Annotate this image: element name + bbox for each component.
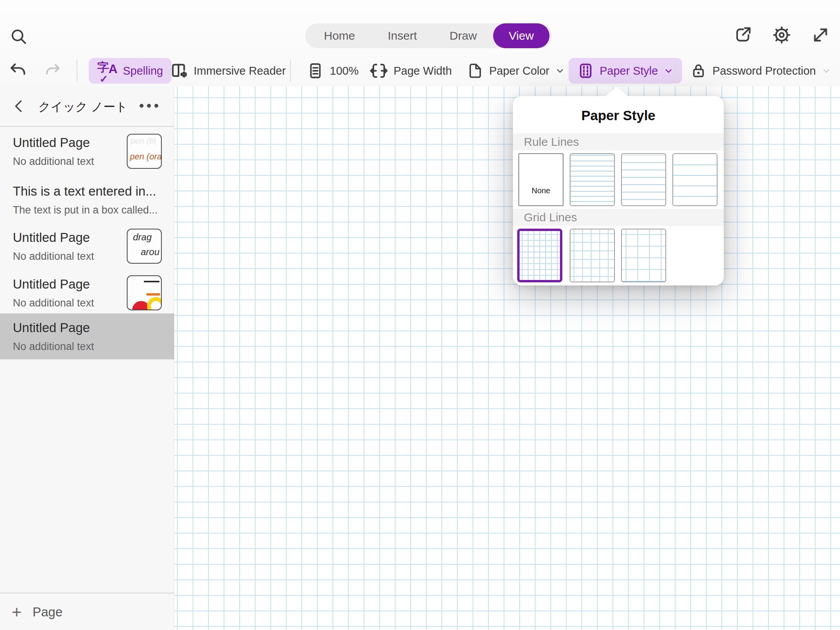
toolbar-divider [77,60,77,82]
page-list-item[interactable]: Untitled Page No additional text [0,270,174,313]
popup-title: Paper Style [513,108,724,123]
fullscreen-button[interactable] [810,25,831,45]
topbar-actions [733,25,831,45]
page-list-item[interactable]: Untitled Page No additional text drag ar… [0,223,174,269]
undo-button[interactable] [9,55,28,86]
ink-stroke [147,297,162,310]
onenote-app: Home Insert Draw View [0,0,840,630]
plus-icon: + [12,604,22,621]
grid-option-large[interactable] [621,229,666,282]
share-button[interactable] [733,25,753,45]
spelling-button[interactable]: 字A✓ Spelling [89,58,172,84]
page-list-item-selected[interactable]: Untitled Page No additional text [0,313,174,359]
tab-draw[interactable]: Draw [433,23,493,48]
paper-color-icon [467,62,484,79]
undo-icon [9,61,28,80]
paper-style-button[interactable]: Paper Style [569,58,682,84]
top-bar: Home Insert Draw View [0,0,840,86]
immersive-reader-button[interactable]: Immersive Reader [169,55,286,86]
note-canvas-grid-paper[interactable] [174,86,840,630]
spelling-icon: 字A✓ [97,61,117,80]
toolbar-divider [290,60,291,82]
rule-lines-section-header: Rule Lines [513,133,724,150]
chevron-left-icon [11,98,27,114]
expand-icon [811,25,830,45]
rule-option-none[interactable]: None [518,153,564,206]
page-thumbnail: pen (b| pen (ora [127,134,162,169]
share-icon [733,25,752,45]
password-protection-button[interactable]: Password Protection [690,55,831,86]
add-page-button[interactable]: + Page [12,600,63,624]
sidebar-header: クイック ノート [0,86,174,126]
search-button[interactable] [9,26,29,47]
more-options-button[interactable] [137,98,161,114]
immersive-reader-icon [169,61,188,80]
lock-icon [690,62,707,79]
search-icon [9,27,28,46]
grid-lines-section-header: Grid Lines [513,209,724,226]
rule-option-medium[interactable] [621,153,666,206]
sidebar-footer: + Page [0,593,174,630]
ellipsis-icon [140,104,158,108]
back-button[interactable] [10,97,28,115]
view-ribbon-toolbar: 字A✓ Spelling Immersive Reader [0,55,840,86]
toolbar-divider [674,60,675,82]
grid-option-small-selected[interactable] [517,229,562,282]
page-list-item[interactable]: This is a text entered in... The text is… [0,177,174,220]
tab-home[interactable]: Home [308,23,371,48]
page-thumbnail: drag arou [127,229,162,264]
chevron-down-icon [555,66,565,76]
zoom-document-icon [306,62,324,80]
redo-button[interactable] [44,55,61,86]
paper-style-popup: Paper Style Rule Lines None Grid Lines [513,96,724,285]
ribbon-tabs: Home Insert Draw View [305,23,552,48]
page-width-icon [369,61,388,80]
ink-stroke [146,293,160,296]
ink-stroke [144,281,159,282]
section-title: クイック ノート [27,99,139,115]
rule-option-narrow[interactable] [570,153,615,206]
chevron-down-icon [663,66,674,76]
tab-insert[interactable]: Insert [371,23,433,48]
rule-option-wide[interactable] [672,153,718,206]
page-width-button[interactable]: Page Width [369,55,452,86]
gear-icon [772,25,791,45]
paper-color-button[interactable]: Paper Color [467,55,565,86]
settings-button[interactable] [772,25,792,45]
chevron-down-icon [821,66,831,76]
grid-option-medium[interactable] [570,229,615,282]
redo-icon [44,62,61,80]
zoom-level-button[interactable]: 100% [306,55,359,86]
page-list-item[interactable]: Untitled Page No additional text pen (b|… [0,128,174,174]
sidebar-divider [0,126,174,127]
tab-view[interactable]: View [493,23,549,48]
page-list-sidebar: クイック ノート Untitled Page No additional tex… [0,86,174,630]
paper-style-icon [577,62,594,79]
page-thumbnail [127,275,162,310]
